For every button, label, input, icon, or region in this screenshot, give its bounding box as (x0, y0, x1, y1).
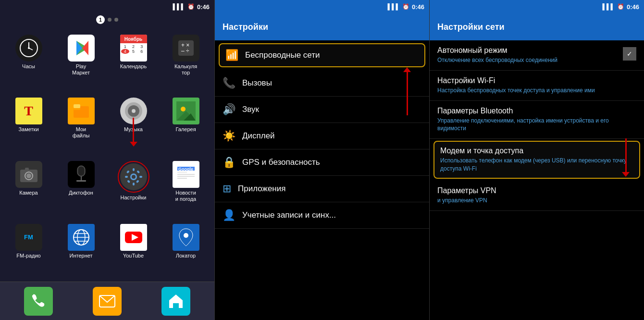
svg-rect-43 (177, 176, 195, 177)
youtube-icon (120, 224, 147, 251)
network-item-airplane[interactable]: Автономный режим Отключение всех беспров… (430, 40, 644, 71)
settings-item-display[interactable]: ☀️ Дисплей (215, 123, 429, 149)
app-calc[interactable]: + × – ÷ Калькулятор (160, 31, 212, 94)
vpn-title: Параметры VPN (437, 186, 636, 195)
gps-label: GPS и безопасность (242, 158, 320, 167)
svg-rect-30 (133, 168, 135, 171)
settings-item-gps[interactable]: 🔒 GPS и безопасность (215, 149, 429, 176)
app-settings[interactable]: Настройки (107, 157, 160, 220)
app-internet-label: Интернет (70, 253, 93, 259)
network-item-tethering[interactable]: Модем и точка доступа Использовать телеф… (433, 141, 640, 179)
red-up-arrow (403, 67, 411, 115)
status-bar-1: ▌▌▌ ⏰ 0:46 (0, 0, 214, 13)
svg-rect-32 (125, 176, 128, 178)
app-music[interactable]: Музыка (107, 94, 160, 157)
svg-rect-12 (74, 104, 80, 108)
gallery-icon (173, 98, 199, 124)
sound-label: Звук (242, 105, 259, 114)
dock-mail[interactable] (93, 287, 122, 316)
svg-line-3 (29, 48, 33, 50)
calls-label: Вызовы (242, 78, 272, 88)
display-icon: ☀️ (223, 130, 235, 142)
app-notes[interactable]: T Заметки (2, 94, 55, 157)
app-files[interactable]: Моифайлы (55, 94, 107, 157)
app-dictaphone[interactable]: Диктофон (55, 157, 107, 220)
vpn-subtitle: и управление VPN (437, 197, 636, 205)
signal-icon-1: ▌▌▌ (173, 3, 185, 10)
files-icon (68, 98, 95, 124)
settings-title: Настройки (223, 22, 268, 32)
app-locator-label: Локатор (176, 253, 196, 259)
app-clock[interactable]: Часы (2, 31, 55, 94)
app-calendar-label: Календарь (120, 63, 147, 70)
app-news[interactable]: Google News Новостии погода (160, 157, 212, 220)
svg-rect-27 (76, 180, 86, 182)
app-gallery[interactable]: Галерея (160, 94, 212, 157)
network-item-bluetooth[interactable]: Параметры Bluetooth Управление подключен… (430, 101, 644, 139)
app-internet[interactable]: Интернет (55, 220, 107, 277)
dictaphone-icon (68, 161, 95, 188)
svg-rect-25 (78, 167, 84, 175)
app-grid: Часы PlayМаркет Ноябрь 123 456 (0, 26, 214, 282)
calc-icon: + × – ÷ (173, 35, 199, 62)
clock-icon (15, 35, 42, 62)
svg-point-22 (26, 173, 31, 178)
tethering-title: Модем и точка доступа (440, 147, 633, 155)
bluetooth-subtitle: Управление подключениями, настройка имен… (437, 117, 636, 133)
settings-item-sound[interactable]: 🔊 Звук (215, 97, 429, 123)
svg-rect-44 (177, 178, 187, 179)
network-item-vpn[interactable]: Параметры VPN и управление VPN (430, 181, 644, 211)
play-icon (68, 35, 95, 62)
dock-home[interactable] (161, 287, 190, 316)
red-down-arrow (622, 138, 630, 177)
fmradio-icon: FM (15, 224, 42, 251)
app-news-label: Новостии погода (175, 190, 196, 202)
app-gallery-label: Галерея (175, 126, 196, 133)
settings-item-accounts[interactable]: 👤 Учетные записи и синх... (215, 202, 429, 229)
svg-rect-37 (127, 180, 130, 183)
network-list: Автономный режим Отключение всех беспров… (430, 40, 644, 320)
svg-text:–  ÷: – ÷ (181, 48, 189, 54)
wifi-settings-title: Настройки Wi-Fi (437, 76, 636, 85)
airplane-title: Автономный режим (437, 46, 557, 55)
settings-header: Настройки (215, 13, 429, 40)
app-locator[interactable]: Локатор (160, 220, 212, 277)
dock-bar (0, 282, 214, 320)
app-notes-label: Заметки (18, 126, 38, 133)
signal-icon-3: ▌▌▌ (602, 3, 615, 10)
alarm-icon-3: ⏰ (617, 3, 624, 10)
network-title: Настройки сети (437, 22, 505, 32)
settings-item-wireless[interactable]: 📶 Беспроводные сети (219, 43, 425, 67)
airplane-checkbox[interactable]: ✓ (623, 47, 636, 61)
settings-app-icon (120, 163, 147, 190)
svg-rect-34 (126, 170, 129, 173)
app-dictaphone-label: Диктофон (69, 190, 93, 196)
svg-point-15 (132, 109, 136, 113)
app-youtube[interactable]: YouTube (107, 220, 160, 277)
phone-settings-screen: ▌▌▌ ⏰ 0:46 Настройки 📶 Беспроводные сети… (215, 0, 430, 320)
svg-rect-23 (25, 168, 29, 171)
network-header: Настройки сети (430, 13, 644, 40)
svg-marker-6 (82, 41, 88, 55)
app-fmradio-label: FM-радио (16, 253, 40, 259)
internet-icon (68, 224, 95, 251)
app-camera[interactable]: Камера (2, 157, 55, 220)
phone-network-screen: ▌▌▌ ⏰ 0:46 Настройки сети Автономный реж… (430, 0, 644, 320)
airplane-subtitle: Отключение всех беспроводных соединений (437, 56, 557, 64)
app-clock-label: Часы (22, 63, 35, 70)
app-calendar[interactable]: Ноябрь 123 456 Календарь (107, 31, 160, 94)
camera-icon (15, 161, 42, 188)
gps-icon: 🔒 (223, 156, 235, 169)
app-fmradio[interactable]: FM FM-радио (2, 220, 55, 277)
network-item-wifi[interactable]: Настройки Wi-Fi Настройка беспроводных т… (430, 71, 644, 101)
apps-icon: ⊞ (223, 183, 231, 195)
dock-phone[interactable] (24, 287, 53, 316)
app-play[interactable]: PlayМаркет (55, 31, 107, 94)
signal-icon-2: ▌▌▌ (387, 3, 400, 10)
notif-badge: 1 (96, 15, 105, 24)
time-3: 0:46 (627, 3, 639, 11)
notif-dot-1 (108, 18, 111, 22)
display-label: Дисплей (242, 131, 275, 141)
settings-item-apps[interactable]: ⊞ Приложения (215, 176, 429, 202)
settings-item-calls[interactable]: 📞 Вызовы (215, 70, 429, 97)
